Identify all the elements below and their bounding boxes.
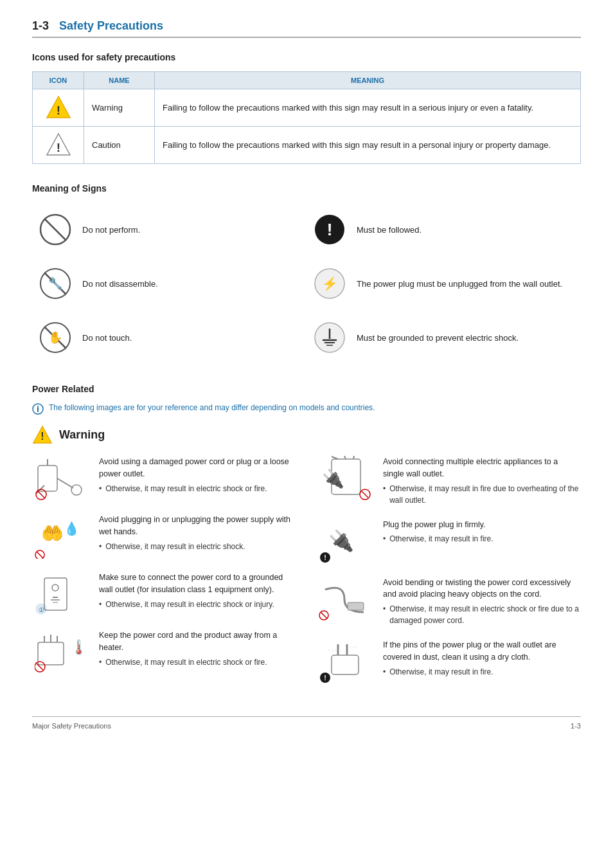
item-title: Plug the power plug in firmly. (383, 519, 581, 531)
warning-item-text: Avoid bending or twisting the power cord… (383, 577, 581, 627)
svg-rect-37 (44, 578, 67, 610)
svg-line-63 (321, 612, 327, 619)
table-name-cell: Caution (84, 127, 155, 164)
page-header: 1-3 Safety Precautions (32, 19, 581, 38)
warning-item: Avoid using a damaged power cord or plug… (32, 456, 297, 501)
sign-icon (39, 213, 72, 246)
warning-item-image: · · · · · · ! (316, 639, 374, 684)
svg-text:🌡️: 🌡️ (70, 638, 87, 656)
warning-item: Avoid bending or twisting the power cord… (316, 577, 581, 627)
sign-row: ⚡ The power plug must be unplugged from … (306, 257, 581, 311)
warning-item-image (32, 456, 90, 501)
caution-icon: ! (45, 132, 72, 156)
icons-table: ICON NAME MEANING ! WarningFailing to fo… (32, 71, 581, 164)
bullet-item: Otherwise, it may result in fire due to … (383, 483, 581, 506)
svg-text:· · ·: · · · (350, 644, 358, 650)
warning-item-text: Keep the power cord and the product away… (99, 629, 297, 668)
svg-line-36 (37, 552, 43, 558)
icons-section-title: Icons used for safety precautions (32, 52, 581, 62)
warning-item-image: 🤲 💧 (32, 514, 90, 559)
warning-item-image (316, 577, 374, 622)
svg-rect-44 (38, 642, 64, 665)
item-title: Avoid using a damaged power cord or plug… (99, 456, 297, 480)
warning-item: ① Make sure to connect the power cord to… (32, 572, 297, 617)
svg-text:①: ① (39, 606, 44, 613)
svg-text:⚡: ⚡ (322, 276, 338, 291)
page-footer: Major Safety Precautions 1-3 (32, 716, 581, 730)
svg-rect-61 (348, 602, 364, 610)
bullet-item: Otherwise, it may result in electric sho… (99, 599, 297, 610)
warning-item: 🔌 ! Plug the power plug in firmly. Other… (316, 519, 581, 564)
svg-text:· · ·: · · · (328, 647, 337, 653)
col-icon: ICON (33, 72, 84, 89)
sign-row: Do not perform. (32, 203, 306, 257)
sign-text: Must be followed. (357, 225, 422, 235)
footer-left: Major Safety Precautions (32, 722, 111, 730)
warning-left: Avoid using a damaged power cord or plug… (32, 456, 297, 697)
svg-text:🔌: 🔌 (322, 468, 344, 489)
icons-section: Icons used for safety precautions ICON N… (32, 52, 581, 164)
svg-text:!: ! (56, 104, 60, 117)
bullet-item: Otherwise, it may result in fire. (383, 533, 581, 545)
svg-rect-26 (38, 466, 57, 491)
bullet-item: Otherwise, it may result in electric sho… (99, 656, 297, 668)
sign-text: Do not touch. (82, 333, 132, 343)
warning-item-image: 🔌 ! (316, 519, 374, 564)
warning-item-image: 🌡️ (32, 629, 90, 674)
svg-text:🔌: 🔌 (328, 529, 354, 553)
sign-text: Must be grounded to prevent electric sho… (357, 333, 519, 343)
svg-rect-64 (332, 655, 359, 674)
sign-text: The power plug must be unplugged from th… (357, 279, 562, 289)
section-title: Safety Precautions (59, 19, 163, 33)
bullet-item: Otherwise, it may result in electric sho… (99, 483, 297, 494)
bullet-item: Otherwise, it may result in fire. (383, 666, 581, 678)
table-meaning-cell: Failing to follow the precautions marked… (155, 89, 581, 127)
warning-item: · · · · · · ! If the pins of the power p… (316, 639, 581, 684)
sign-row: Must be grounded to prevent electric sho… (306, 311, 581, 365)
warning-item-text: Avoid using a damaged power cord or plug… (99, 456, 297, 494)
warning-right: 🔌 Avoid connecting multiple electric app… (316, 456, 581, 697)
svg-line-32 (37, 491, 45, 498)
table-icon-cell: ! (33, 89, 84, 127)
meaning-section-title: Meaning of Signs (32, 183, 581, 194)
warning-item-text: Make sure to connect the power cord to a… (99, 572, 297, 610)
warning-item: 🤲 💧 Avoid plugging in or unplugging the … (32, 514, 297, 559)
col-meaning: MEANING (155, 72, 581, 89)
table-meaning-cell: Failing to follow the precautions marked… (155, 127, 581, 164)
warning-item-text: Avoid plugging in or unplugging the powe… (99, 514, 297, 552)
warning-item-text: Plug the power plug in firmly. Otherwise… (383, 519, 581, 545)
power-section: Power Related The following images are f… (32, 384, 581, 697)
sign-row: ! Must be followed. (306, 203, 581, 257)
warning-icon: ! (45, 95, 72, 119)
note-icon (32, 403, 44, 415)
sign-icon (313, 321, 346, 354)
note-row: The following images are for your refere… (32, 403, 581, 415)
power-section-title: Power Related (32, 384, 581, 394)
item-title: Avoid plugging in or unplugging the powe… (99, 514, 297, 538)
sign-row: ✋ Do not touch. (32, 311, 306, 365)
col-name: NAME (84, 72, 155, 89)
warning-item-image: 🔌 (316, 456, 374, 501)
bullet-item: Otherwise, it may result in electric sho… (99, 541, 297, 552)
table-name-cell: Warning (84, 89, 155, 127)
meaning-section: Meaning of Signs Do not perform. ! Must … (32, 183, 581, 365)
sign-icon: ! (313, 213, 346, 246)
item-title: If the pins of the power plug or the wal… (383, 639, 581, 664)
footer-right: 1-3 (571, 722, 581, 730)
svg-text:🔧: 🔧 (48, 276, 63, 291)
svg-text:✋: ✋ (48, 330, 63, 345)
warning-content: Avoid using a damaged power cord or plug… (32, 456, 581, 697)
warning-item: 🌡️ Keep the power cord and the product a… (32, 629, 297, 674)
sign-icon: ⚡ (313, 267, 346, 300)
bullet-item: Otherwise, it may result in electric sho… (383, 603, 581, 626)
item-title: Keep the power cord and the product away… (99, 629, 297, 654)
warning-banner: ! Warning (32, 425, 581, 444)
svg-point-29 (71, 485, 82, 495)
svg-text:!: ! (324, 554, 326, 561)
item-title: Avoid connecting multiple electric appli… (383, 456, 581, 480)
item-title: Avoid bending or twisting the power cord… (383, 577, 581, 601)
sign-icon: 🔧 (39, 267, 72, 300)
section-number: 1-3 (32, 19, 49, 33)
svg-text:!: ! (56, 141, 60, 154)
item-title: Make sure to connect the power cord to a… (99, 572, 297, 596)
